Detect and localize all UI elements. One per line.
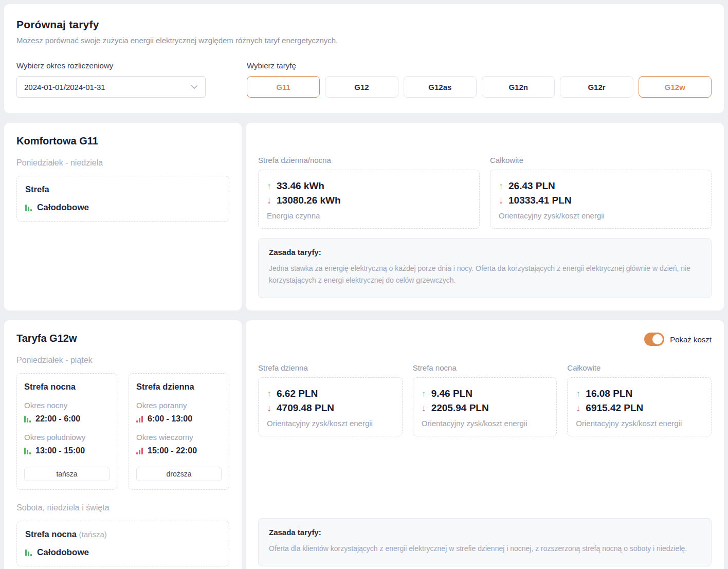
stat-value-up: 33.46 kWh <box>277 180 324 192</box>
tariff-button-g12r[interactable]: G12r <box>560 76 633 98</box>
stat-value-down: 4709.48 PLN <box>277 402 334 414</box>
stat-line-down: ↓ 6915.42 PLN <box>576 402 703 414</box>
stat-line-up: ↑ 16.08 PLN <box>576 388 703 399</box>
bar-chart-green-icon <box>25 204 32 211</box>
period-time-line: 13:00 - 15:00 <box>24 446 110 455</box>
arrow-up-icon: ↑ <box>267 181 271 191</box>
stat-value-up: 6.62 PLN <box>277 388 318 399</box>
show-cost-toggle-row: Pokaż koszt <box>258 333 712 346</box>
tariff-button-g11[interactable]: G11 <box>247 76 320 98</box>
weekend-zone-value-line: Całodobowe <box>25 547 221 558</box>
night-zone-stat: Strefa nocna ↑ 9.46 PLN ↓ 2205.94 PLN Or… <box>413 363 557 436</box>
period-night: Okres nocny 22:00 - 6:00 <box>24 401 110 424</box>
bar-chart-green-icon <box>25 549 32 556</box>
period-label: Okres poranny <box>136 401 222 410</box>
tariff-button-g12n[interactable]: G12n <box>482 76 555 98</box>
g11-details-panel: Strefa dzienna/nocna ↑ 33.46 kWh ↓ 13080… <box>246 123 724 310</box>
period-morning: Okres poranny 6:00 - 13:00 <box>136 401 222 424</box>
chevron-down-icon <box>191 85 198 89</box>
arrow-down-icon: ↓ <box>267 196 271 205</box>
page: Porównaj taryfy Możesz porównać swoje zu… <box>4 4 724 569</box>
g11-rule-box: Zasada taryfy: Jedna stawka za energię e… <box>258 238 712 298</box>
stat-line-down: ↓ 13080.26 kWh <box>267 195 471 206</box>
night-zone-box: Strefa nocna Okres nocny 22:00 - 6:00 Ok… <box>16 373 117 490</box>
period-time: 22:00 - 6:00 <box>35 414 80 424</box>
pricier-badge: droższa <box>136 467 222 481</box>
tariff-button-g12as[interactable]: G12as <box>404 76 477 98</box>
stat-line-down: ↓ 2205.94 PLN <box>422 402 549 414</box>
g11-zone-value-line: Całodobowe <box>25 203 221 213</box>
arrow-up-icon: ↑ <box>499 181 503 191</box>
day-zone-box: Strefa dzienna Okres poranny 6:00 - 13:0… <box>129 373 229 490</box>
stat-value-up: 26.43 PLN <box>508 180 555 192</box>
day-zone-title: Strefa dzienna <box>136 382 222 392</box>
period-time-line: 15:00 - 22:00 <box>136 446 222 455</box>
bar-chart-green-icon <box>24 415 31 423</box>
weekend-zone-title: Strefa nocna (tańsza) <box>25 529 221 539</box>
g12w-row: Taryfa G12w Poniedziałek - piątek Strefa… <box>4 320 724 569</box>
tariff-button-g12[interactable]: G12 <box>325 76 398 98</box>
g11-zone-box: Strefa Całodobowe <box>16 176 229 222</box>
weekend-zone-value: Całodobowe <box>37 547 89 558</box>
billing-period-section: Wybierz okres rozliczeniowy 2024-01-01/2… <box>16 61 206 98</box>
stat-line-down: ↓ 4709.48 PLN <box>267 402 394 414</box>
arrow-up-icon: ↑ <box>576 389 580 398</box>
cheaper-badge: tańsza <box>24 467 110 481</box>
stat-caption: Orientacyjny zysk/koszt energii <box>267 419 394 428</box>
billing-period-select[interactable]: 2024-01-01/2024-01-31 <box>16 76 206 98</box>
arrow-down-icon: ↓ <box>576 403 580 413</box>
stat-caption: Orientacyjny zysk/koszt energii <box>576 419 703 428</box>
page-title: Porównaj taryfy <box>16 19 712 31</box>
tariff-button-g12w[interactable]: G12w <box>639 76 712 98</box>
stat-caption: Orientacyjny zysk/koszt energii <box>499 211 703 220</box>
g11-stats-row: Strefa dzienna/nocna ↑ 33.46 kWh ↓ 13080… <box>258 156 712 229</box>
night-zone-title: Strefa nocna <box>24 382 110 392</box>
g12w-card-title: Taryfa G12w <box>16 333 229 344</box>
g11-energy-stat: Strefa dzienna/nocna ↑ 33.46 kWh ↓ 13080… <box>258 156 480 229</box>
period-evening: Okres wieczorny 15:00 - 22:00 <box>136 433 222 455</box>
g11-zone-title: Strefa <box>25 185 221 194</box>
weekend-zone-note: (tańsza) <box>79 530 107 539</box>
rule-title: Zasada taryfy: <box>269 248 701 256</box>
period-time-line: 22:00 - 6:00 <box>24 414 110 424</box>
tariff-button-group: G11G12G12asG12nG12rG12w <box>247 76 712 98</box>
billing-period-value: 2024-01-01/2024-01-31 <box>24 83 105 91</box>
period-time: 13:00 - 15:00 <box>35 446 85 455</box>
stat-line-up: ↑ 9.46 PLN <box>422 388 549 399</box>
rule-text: Jedna stawka za energię elektryczną o ka… <box>269 263 701 286</box>
arrow-up-icon: ↑ <box>422 389 426 398</box>
stat-label: Całkowite <box>490 156 712 164</box>
stat-box: ↑ 26.43 PLN ↓ 10333.41 PLN Orientacyjny … <box>490 170 712 229</box>
stat-label: Strefa dzienna/nocna <box>258 156 480 164</box>
tariff-select-label: Wybierz taryfę <box>247 61 712 70</box>
g11-days-range: Poniedziałek - niedziela <box>16 158 229 168</box>
compare-tariffs-card: Porównaj taryfy Możesz porównać swoje zu… <box>4 4 724 113</box>
stat-box: ↑ 16.08 PLN ↓ 6915.42 PLN Orientacyjny z… <box>567 377 712 436</box>
arrow-down-icon: ↓ <box>499 196 503 205</box>
show-cost-toggle-label: Pokaż koszt <box>670 335 712 344</box>
rule-title: Zasada taryfy: <box>269 528 701 537</box>
weekend-zone-box: Strefa nocna (tańsza) Całodobowe <box>16 521 229 566</box>
period-label: Okres wieczorny <box>136 433 222 442</box>
g12w-zones-row: Strefa nocna Okres nocny 22:00 - 6:00 Ok… <box>16 373 229 490</box>
toggle-knob <box>652 334 663 344</box>
stat-box: ↑ 6.62 PLN ↓ 4709.48 PLN Orientacyjny zy… <box>258 377 403 436</box>
stat-line-up: ↑ 33.46 kWh <box>267 180 471 192</box>
day-zone-stat: Strefa dzienna ↑ 6.62 PLN ↓ 4709.48 PLN … <box>258 363 403 436</box>
stat-label: Całkowite <box>567 363 712 372</box>
period-time-line: 6:00 - 13:00 <box>136 414 222 424</box>
arrow-down-icon: ↓ <box>267 403 271 413</box>
stat-box: ↑ 9.46 PLN ↓ 2205.94 PLN Orientacyjny zy… <box>413 377 557 436</box>
bar-chart-red-icon <box>136 447 143 454</box>
arrow-down-icon: ↓ <box>422 403 426 413</box>
tariff-select-section: Wybierz taryfę G11G12G12asG12nG12rG12w <box>247 61 712 98</box>
stat-value-down: 6915.42 PLN <box>586 402 643 414</box>
period-time: 15:00 - 22:00 <box>148 446 197 455</box>
total-stat: Całkowite ↑ 16.08 PLN ↓ 6915.42 PLN Orie… <box>567 363 712 436</box>
g11-tariff-card: Komfortowa G11 Poniedziałek - niedziela … <box>4 123 242 310</box>
g12w-tariff-card: Taryfa G12w Poniedziałek - piątek Strefa… <box>4 320 242 569</box>
stat-box: ↑ 33.46 kWh ↓ 13080.26 kWh Energia czynn… <box>258 170 480 229</box>
g11-card-title: Komfortowa G11 <box>16 135 229 147</box>
weekend-zone-title-text: Strefa nocna <box>25 529 77 539</box>
show-cost-toggle[interactable] <box>644 333 664 346</box>
